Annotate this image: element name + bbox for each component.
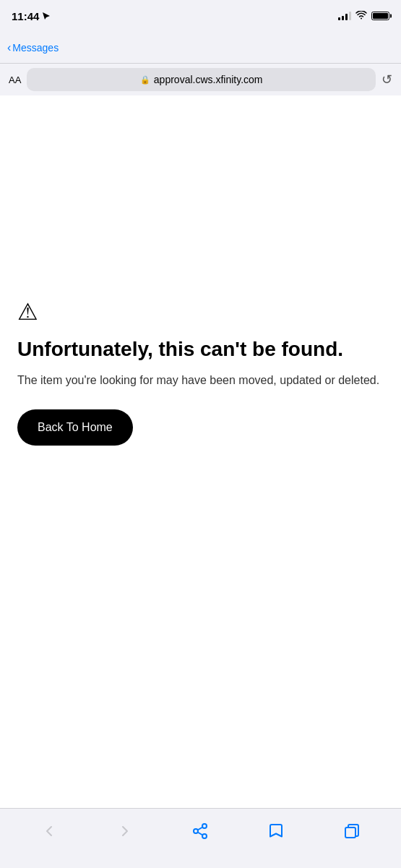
bookmarks-icon	[267, 822, 285, 840]
signal-bars-icon	[338, 12, 351, 20]
tabs-button[interactable]	[336, 815, 368, 847]
reload-button[interactable]: ↺	[381, 72, 392, 88]
lock-icon: 🔒	[140, 75, 150, 85]
status-bar: 11:44	[0, 0, 401, 32]
messages-back-button[interactable]: ‹ Messages	[7, 41, 59, 54]
signal-bar-1	[338, 17, 340, 20]
warning-icon: ⚠	[17, 298, 384, 326]
page-content: ⚠ Unfortunately, this can't be found. Th…	[0, 95, 401, 808]
url-text: approval.cws.xfinity.com	[154, 74, 263, 85]
share-icon	[191, 822, 209, 840]
browser-address-bar: AA 🔒 approval.cws.xfinity.com ↺	[0, 64, 401, 95]
share-button[interactable]	[184, 815, 216, 847]
url-bar[interactable]: 🔒 approval.cws.xfinity.com	[27, 68, 376, 91]
back-button[interactable]	[33, 815, 65, 847]
browser-toolbar	[0, 808, 401, 868]
forward-arrow-icon	[116, 822, 134, 840]
location-arrow-icon	[42, 12, 51, 20]
signal-bar-2	[342, 16, 344, 20]
browser-nav-bar: ‹ Messages	[0, 32, 401, 64]
battery-fill	[373, 13, 388, 19]
status-icons	[338, 11, 389, 22]
clock: 11:44	[12, 10, 39, 22]
messages-back-label: Messages	[12, 42, 59, 54]
forward-button[interactable]	[109, 815, 141, 847]
error-description: The item you're looking for may have bee…	[17, 372, 384, 389]
error-section: ⚠ Unfortunately, this can't be found. Th…	[17, 298, 384, 446]
wifi-icon	[355, 11, 367, 22]
back-arrow-icon	[40, 822, 58, 840]
bookmarks-button[interactable]	[260, 815, 292, 847]
battery-icon	[371, 12, 389, 20]
signal-bar-4	[349, 12, 351, 20]
status-time: 11:44	[12, 10, 51, 22]
error-title: Unfortunately, this can't be found.	[17, 337, 384, 362]
tabs-icon	[343, 822, 361, 840]
svg-rect-0	[345, 827, 355, 838]
signal-bar-3	[345, 14, 348, 20]
back-chevron-icon: ‹	[7, 41, 11, 54]
font-size-button[interactable]: AA	[9, 75, 21, 85]
back-to-home-button[interactable]: Back To Home	[17, 409, 133, 446]
